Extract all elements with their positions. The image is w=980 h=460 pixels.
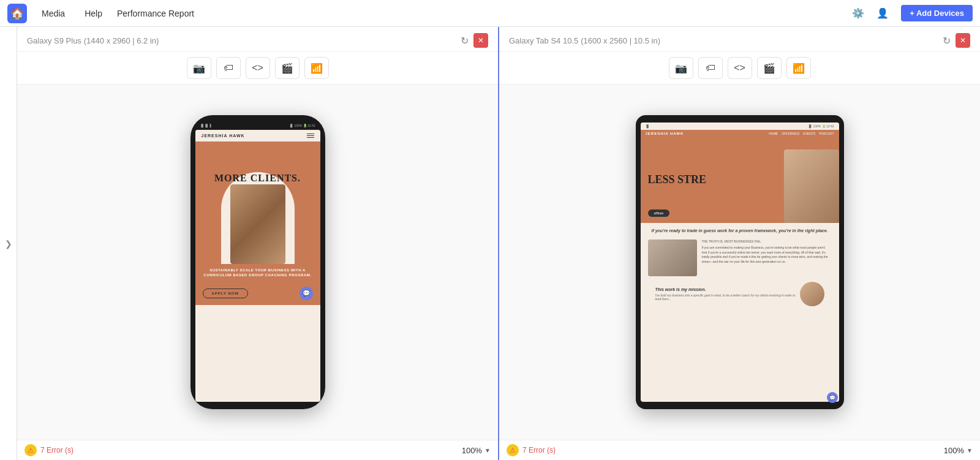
- tablet-subtext-italic1: guess work: [704, 228, 728, 233]
- tablet-mission-subtext: I've built my business into a specific g…: [655, 293, 796, 301]
- nav-media[interactable]: Media: [37, 6, 70, 21]
- phone-screen: JERESHIA HAWK MORE CLIENTS.: [195, 130, 320, 402]
- tablet-nav-podcast[interactable]: PODCAST: [819, 132, 834, 135]
- device1-screenshot-button[interactable]: 📷: [187, 57, 211, 79]
- tablet-hero-title: LESS STRE: [648, 174, 771, 186]
- device2-error-badge: ⚠ 7 Error (s): [507, 444, 556, 456]
- tablet-brand: JERESHIA HAWK: [646, 132, 684, 135]
- device1-video-button[interactable]: 🎬: [275, 57, 300, 79]
- account-icon[interactable]: 👤: [874, 5, 891, 22]
- device2-error-icon: ⚠: [507, 444, 519, 456]
- phone-hero-text: MORE CLIENTS.: [208, 173, 307, 184]
- device1-title: Galaxy S9 Plus (1440 x 2960 | 6.2 in): [27, 36, 159, 45]
- device1-viewport: ▐▌▐▌▐ ▐▌ 100% 🔋 12:42 JERESHIA HAWK: [17, 85, 498, 440]
- tablet-column-image: [648, 239, 697, 276]
- tablet-mockup: ▐▌ ▐▌ 130% 🔋 12:42 JERESHIA HAWK HOME OF…: [636, 115, 844, 409]
- device2-actions: ↻ ✕: [943, 33, 970, 48]
- device2-viewport: ▐▌ ▐▌ 130% 🔋 12:42 JERESHIA HAWK HOME OF…: [499, 85, 980, 440]
- page-title: Performance Report: [117, 9, 194, 18]
- device1-actions: ↻ ✕: [461, 33, 488, 48]
- device2-zoom-control: 100% ▼: [944, 446, 973, 455]
- device2-footer: ⚠ 7 Error (s) 100% ▼: [499, 440, 980, 460]
- tablet-nav-events[interactable]: EVENTS: [803, 132, 815, 135]
- device2-code-button[interactable]: <>: [728, 57, 752, 79]
- tablet-hero-cta[interactable]: affiliate: [648, 209, 670, 217]
- devices-container: Galaxy S9 Plus (1440 x 2960 | 6.2 in) ↻ …: [17, 27, 980, 460]
- phone-hero: MORE CLIENTS.: [195, 141, 320, 264]
- phone-notch: ▐▌▐▌▐ ▐▌ 100% 🔋 12:42: [195, 123, 320, 129]
- tablet-subtext-middle: for a: [728, 228, 739, 233]
- tablet-nav-offerings[interactable]: OFFERINGS: [782, 132, 799, 135]
- settings-icon[interactable]: ⚙️: [850, 5, 867, 22]
- tablet-mission-text: This work is my: [655, 287, 688, 292]
- device2-zoom-arrow[interactable]: ▼: [967, 447, 973, 454]
- device2-toolbar: 📷 🏷 <> 🎬 📶: [499, 52, 980, 85]
- nav-icons: ⚙️ 👤: [850, 5, 891, 22]
- tablet-nav-items: HOME OFFERINGS EVENTS PODCAST: [769, 132, 834, 135]
- add-devices-button[interactable]: + Add Devices: [901, 5, 973, 21]
- tablet-content: If you're ready to trade in guess work f…: [641, 223, 839, 402]
- phone-brand: JERESHIA HAWK: [202, 134, 245, 138]
- tablet-nav: JERESHIA HAWK HOME OFFERINGS EVENTS PODC…: [641, 130, 839, 137]
- tablet-hero-left: LESS STRE affiliate: [641, 137, 778, 223]
- device1-header: Galaxy S9 Plus (1440 x 2960 | 6.2 in) ↻ …: [17, 27, 498, 52]
- phone-cta-area: APPLY NOW 💬: [195, 282, 320, 305]
- tablet-chat-button[interactable]: 💬: [827, 392, 838, 402]
- device1-zoom-value: 100%: [462, 446, 482, 455]
- tablet-hero-right: [778, 137, 839, 223]
- device1-error-badge: ⚠ 7 Error (s): [24, 444, 74, 456]
- phone-chat-button[interactable]: 💬: [300, 287, 313, 300]
- tablet-subtext-italic2: proven framework,: [739, 228, 777, 233]
- device2-zoom-value: 100%: [944, 446, 964, 455]
- device-panel-2: Galaxy Tab S4 10.5 (1600 x 2560 | 10.5 i…: [499, 27, 980, 460]
- device1-tag-button[interactable]: 🏷: [216, 57, 241, 79]
- nav-help[interactable]: Help: [80, 6, 107, 21]
- device1-specs: (1440 x 2960 | 6.2 in): [84, 36, 159, 45]
- device1-network-button[interactable]: 📶: [304, 57, 329, 79]
- device1-footer: ⚠ 7 Error (s) 100% ▼: [17, 440, 498, 460]
- phone-content-header: JERESHIA HAWK: [195, 130, 320, 141]
- sidebar-toggle[interactable]: ❯: [0, 27, 17, 460]
- tablet-mission-italic: mission.: [688, 287, 706, 292]
- device1-error-text: 7 Error (s): [40, 446, 74, 454]
- device1-code-button[interactable]: <>: [246, 57, 270, 79]
- tablet-truth-title: THE TRUTH IS, MOST BUSINESSES FAIL.: [702, 239, 832, 244]
- device2-title: Galaxy Tab S4 10.5 (1600 x 2560 | 10.5 i…: [509, 36, 660, 45]
- tablet-mission: This work is my mission. I've built my b…: [648, 279, 832, 309]
- phone-subtitle-text: SUSTAINABLY SCALE YOUR BUSINESS WITH A C…: [195, 264, 320, 282]
- tablet-subtext-suffix: you're in the right place.: [778, 228, 828, 233]
- device2-tag-button[interactable]: 🏷: [698, 57, 723, 79]
- device2-name: Galaxy Tab S4 10.5: [509, 36, 578, 45]
- device2-refresh-icon[interactable]: ↻: [943, 35, 951, 47]
- tablet-nav-home[interactable]: HOME: [769, 132, 778, 135]
- phone-menu-icon: [307, 134, 314, 138]
- device1-zoom-control: 100% ▼: [462, 446, 491, 455]
- device2-screenshot-button[interactable]: 📷: [669, 57, 693, 79]
- device2-close-button[interactable]: ✕: [956, 33, 970, 48]
- tablet-screen: ▐▌ ▐▌ 130% 🔋 12:42 JERESHIA HAWK HOME OF…: [641, 123, 839, 402]
- tablet-status-bar: ▐▌ ▐▌ 130% 🔋 12:42: [641, 123, 839, 130]
- phone-mockup: ▐▌▐▌▐ ▐▌ 100% 🔋 12:42 JERESHIA HAWK: [190, 115, 325, 409]
- tablet-mission-image: [800, 282, 824, 306]
- logo-icon[interactable]: 🏠: [7, 4, 27, 23]
- device1-zoom-arrow[interactable]: ▼: [484, 447, 491, 454]
- main-area: ❯ Galaxy S9 Plus (1440 x 2960 | 6.2 in) …: [0, 27, 980, 460]
- device2-network-button[interactable]: 📶: [786, 57, 811, 79]
- phone-cta-button[interactable]: APPLY NOW: [203, 288, 249, 298]
- device1-name: Galaxy S9 Plus: [27, 36, 81, 45]
- tablet-subtext-prefix: If you're ready to trade in: [651, 228, 703, 233]
- tablet-subtext: If you're ready to trade in guess work f…: [648, 228, 832, 235]
- tablet-mission-columns: This work is my mission. I've built my b…: [655, 282, 824, 306]
- tablet-columns: THE TRUTH IS, MOST BUSINESSES FAIL. If y…: [648, 239, 832, 276]
- device1-refresh-icon[interactable]: ↻: [461, 35, 469, 47]
- device2-header: Galaxy Tab S4 10.5 (1600 x 2560 | 10.5 i…: [499, 27, 980, 52]
- device1-error-icon: ⚠: [24, 444, 37, 456]
- device2-video-button[interactable]: 🎬: [757, 57, 782, 79]
- device2-error-text: 7 Error (s): [522, 446, 556, 454]
- top-navigation: 🏠 Media Help Performance Report ⚙️ 👤 + A…: [0, 0, 980, 27]
- phone-person-image: [230, 184, 285, 264]
- device1-close-button[interactable]: ✕: [473, 33, 488, 48]
- device1-toolbar: 📷 🏷 <> 🎬 📶: [17, 52, 498, 85]
- chevron-right-icon: ❯: [5, 239, 12, 249]
- tablet-hero-image: [784, 149, 839, 223]
